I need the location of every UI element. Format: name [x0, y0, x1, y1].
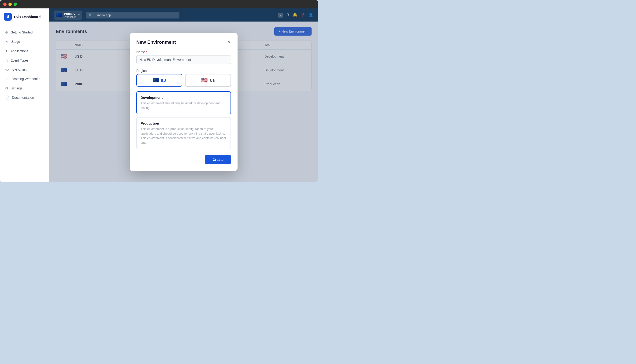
chevron-down-icon: ▾	[78, 13, 80, 16]
getting-started-icon: ⊙	[5, 30, 8, 34]
region-label: Region	[136, 69, 231, 72]
env-text: Primary Production	[64, 12, 76, 18]
logo-icon: S	[4, 13, 12, 20]
region-options: 🇪🇺 EU 🇺🇸 US	[136, 74, 231, 86]
name-input[interactable]	[136, 55, 231, 64]
modal-footer: Create	[136, 155, 231, 164]
us-flag-icon: 🇺🇸	[201, 77, 208, 83]
modal-header: New Environment ×	[136, 39, 231, 45]
sidebar-item-label: Event Types	[11, 58, 29, 62]
development-desc: This environment should only be used for…	[141, 101, 227, 110]
sidebar-item-label: Applications	[11, 49, 28, 53]
env-type-development-card[interactable]: Development This environment should only…	[136, 91, 231, 114]
search-icon: 🔍	[89, 13, 92, 17]
sidebar-item-applications[interactable]: ✦ Applications	[2, 46, 48, 56]
header: 🇪🇺 Primary Production ▾ 🔍 Jump to app...…	[49, 8, 318, 22]
region-us-button[interactable]: 🇺🇸 US	[185, 74, 231, 86]
modal-overlay: New Environment × Name * Region	[49, 22, 318, 182]
production-title: Production	[141, 121, 227, 125]
sidebar-item-documentation[interactable]: 📄 Documentation	[2, 93, 48, 102]
api-access-icon: <>	[5, 68, 9, 72]
user-icon[interactable]: 👤	[308, 12, 313, 18]
env-name: Primary	[64, 12, 76, 16]
region-form-group: Region 🇪🇺 EU 🇺🇸 US	[136, 69, 231, 86]
sidebar: S Svix Dashboard ⊙ Getting Started ∿ Usa…	[0, 8, 49, 182]
documentation-icon: 📄	[5, 96, 10, 100]
production-desc: This environment is a production configu…	[141, 127, 227, 145]
eu-label: EU	[161, 78, 166, 82]
search-bar[interactable]: 🔍 Jump to app...	[86, 12, 179, 18]
logo-text: Svix Dashboard	[14, 15, 41, 19]
sidebar-item-usage[interactable]: ∿ Usage	[2, 37, 48, 46]
sidebar-item-label: Settings	[11, 86, 23, 90]
us-label: US	[210, 78, 215, 82]
incoming-webhooks-icon: ↙	[5, 77, 8, 81]
close-button[interactable]	[3, 2, 7, 6]
development-title: Development	[141, 96, 227, 100]
env-flag: 🇪🇺	[56, 12, 62, 18]
sidebar-item-label: Getting Started	[11, 30, 33, 34]
search-placeholder: Jump to app...	[94, 13, 113, 17]
required-indicator: *	[146, 50, 147, 54]
sidebar-item-getting-started[interactable]: ⊙ Getting Started	[2, 28, 48, 37]
traffic-lights	[3, 2, 17, 6]
env-sub: Production	[64, 16, 76, 18]
modal-close-button[interactable]: ×	[227, 39, 231, 45]
titlebar	[0, 0, 318, 8]
sidebar-item-label: API Access	[12, 68, 28, 72]
sidebar-nav: ⊙ Getting Started ∿ Usage ✦ Applications…	[0, 25, 49, 105]
help-badge-icon[interactable]: ?	[278, 13, 283, 18]
create-button[interactable]: Create	[205, 155, 231, 164]
help-icon[interactable]: ❓	[300, 12, 305, 18]
name-form-group: Name *	[136, 50, 231, 64]
event-types-icon: ☆	[5, 58, 8, 62]
main-content: Environments + New Environment NAME TAG …	[49, 22, 318, 182]
applications-icon: ✦	[5, 49, 8, 53]
new-environment-modal: New Environment × Name * Region	[130, 33, 238, 171]
settings-icon: ⚙	[5, 86, 8, 90]
usage-icon: ∿	[5, 40, 8, 44]
sidebar-item-api-access[interactable]: <> API Access	[2, 65, 48, 74]
env-type-production-card[interactable]: Production This environment is a product…	[136, 117, 231, 149]
sidebar-item-settings[interactable]: ⚙ Settings	[2, 84, 48, 93]
modal-title: New Environment	[136, 40, 176, 45]
notifications-icon[interactable]: 🔔	[292, 12, 298, 18]
sidebar-item-label: Incoming Webhooks	[11, 77, 40, 81]
sidebar-item-incoming-webhooks[interactable]: ↙ Incoming Webhooks	[2, 74, 48, 83]
eu-flag-icon: 🇪🇺	[153, 77, 159, 83]
sidebar-item-label: Usage	[11, 40, 20, 44]
minimize-button[interactable]	[9, 2, 12, 6]
maximize-button[interactable]	[14, 2, 17, 6]
name-label: Name *	[136, 50, 231, 54]
sidebar-logo: S Svix Dashboard	[0, 8, 49, 25]
header-icons: ? ☽ 🔔 ❓ 👤	[278, 12, 313, 18]
env-selector[interactable]: 🇪🇺 Primary Production ▾	[54, 10, 82, 20]
sidebar-item-label: Documentation	[12, 96, 34, 100]
theme-toggle-icon[interactable]: ☽	[286, 12, 290, 18]
region-eu-button[interactable]: 🇪🇺 EU	[136, 74, 182, 86]
sidebar-item-event-types[interactable]: ☆ Event Types	[2, 56, 48, 65]
